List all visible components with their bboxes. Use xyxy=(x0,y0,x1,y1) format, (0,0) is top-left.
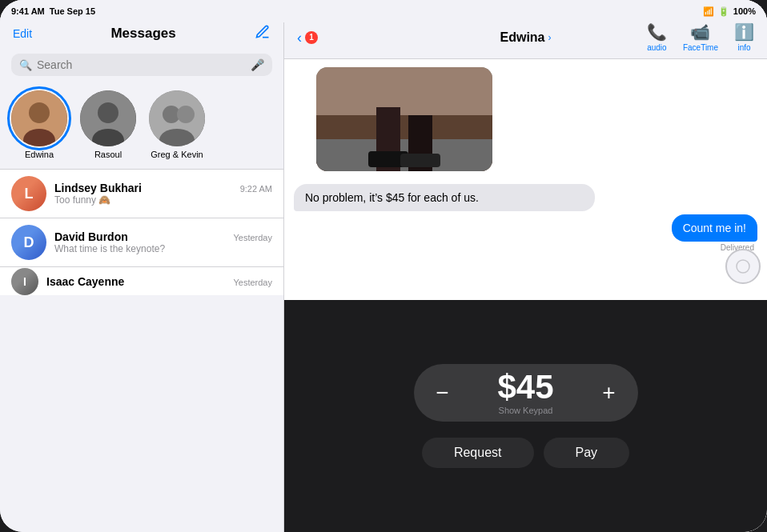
pinned-contact-greg[interactable]: Greg & Kevin xyxy=(149,90,205,159)
pinned-contacts: Edwina Rasoul xyxy=(0,84,283,169)
time-david: Yesterday xyxy=(233,233,272,242)
svg-point-0 xyxy=(737,260,749,273)
svg-point-9 xyxy=(177,106,195,123)
status-bar: 9:41 AM Tue Sep 15 📶 🔋 100% xyxy=(0,0,767,22)
message-item-lindsey[interactable]: L Lindsey Bukhari 9:22 AM Too funny 🙈 xyxy=(0,169,283,218)
pinned-name-edwina: Edwina xyxy=(25,150,54,159)
facetime-icon: 📹 xyxy=(690,22,710,42)
edit-button[interactable]: Edit xyxy=(13,27,32,40)
time-lindsey: 9:22 AM xyxy=(240,184,272,194)
avatar-isaac: I xyxy=(11,268,38,295)
message-content-isaac: Isaac Cayenne Yesterday xyxy=(46,275,272,288)
info-action[interactable]: ℹ️ info xyxy=(734,22,754,52)
status-time: 9:41 AM xyxy=(11,6,45,16)
bubble-right-wrap: Count me in! Delivered xyxy=(294,214,757,252)
avatar-rasoul xyxy=(80,90,136,146)
message-item-david[interactable]: D David Burdon Yesterday What time is th… xyxy=(0,218,283,266)
time-isaac: Yesterday xyxy=(233,278,272,287)
amount-control: − $45 Show Keypad + xyxy=(414,364,638,422)
plus-button[interactable]: + xyxy=(580,364,638,422)
apple-pay-overlay: − $45 Show Keypad + Request Pay xyxy=(284,300,767,532)
avatar-david: D xyxy=(11,225,46,260)
sender-isaac: Isaac Cayenne xyxy=(46,275,124,288)
sender-david: David Burdon xyxy=(54,230,128,243)
svg-point-2 xyxy=(29,102,50,123)
avatar-greg xyxy=(149,90,205,146)
bubble-left: No problem, it’s $45 for each of us. xyxy=(294,184,595,211)
search-bar[interactable]: 🔍 🎤 xyxy=(11,54,272,76)
device-frame: 9:41 AM Tue Sep 15 📶 🔋 100% Edit Message… xyxy=(0,0,767,532)
audio-action[interactable]: 📞 audio xyxy=(647,22,667,52)
audio-label: audio xyxy=(647,43,666,52)
chat-panel: ‹ 1 Edwina › 📞 audio 📹 FaceTime ℹ️ info xyxy=(284,0,767,532)
pinned-contact-rasoul[interactable]: Rasoul xyxy=(80,90,136,159)
chat-messages: No problem, it’s $45 for each of us. Cou… xyxy=(284,179,767,258)
message-content-lindsey: Lindsey Bukhari 9:22 AM Too funny 🙈 xyxy=(54,182,272,206)
preview-david: What time is the keynote? xyxy=(54,243,272,254)
contact-chevron-icon: › xyxy=(548,32,552,43)
sender-lindsey: Lindsey Bukhari xyxy=(54,182,142,194)
svg-point-5 xyxy=(98,102,118,123)
pinned-name-rasoul: Rasoul xyxy=(94,150,122,159)
pay-button[interactable]: Pay xyxy=(544,438,630,468)
amount-value: $45 xyxy=(497,370,553,404)
message-item-isaac[interactable]: I Isaac Cayenne Yesterday xyxy=(0,266,283,295)
message-content-david: David Burdon Yesterday What time is the … xyxy=(54,230,272,254)
search-input[interactable] xyxy=(37,58,246,71)
home-button[interactable] xyxy=(725,249,761,284)
back-button[interactable]: ‹ 1 xyxy=(297,30,318,45)
audio-icon: 📞 xyxy=(647,22,667,42)
contact-name-area[interactable]: Edwina › xyxy=(500,30,551,45)
pinned-contact-edwina[interactable]: Edwina xyxy=(11,90,67,159)
amount-display: $45 Show Keypad xyxy=(472,370,580,415)
minus-button[interactable]: − xyxy=(414,364,472,422)
avatar-edwina xyxy=(11,90,67,146)
info-label: info xyxy=(737,43,750,52)
mic-icon[interactable]: 🎤 xyxy=(251,58,264,71)
facetime-action[interactable]: 📹 FaceTime xyxy=(683,22,718,52)
message-list: L Lindsey Bukhari 9:22 AM Too funny 🙈 D … xyxy=(0,169,283,295)
back-badge: 1 xyxy=(305,31,318,44)
battery-icon: 🔋 xyxy=(718,6,729,17)
compose-button[interactable] xyxy=(255,24,271,42)
info-icon: ℹ️ xyxy=(734,22,754,42)
show-keypad-label[interactable]: Show Keypad xyxy=(499,406,553,415)
back-chevron-icon: ‹ xyxy=(297,30,302,45)
battery-percent: 100% xyxy=(733,6,756,16)
preview-lindsey: Too funny 🙈 xyxy=(54,194,272,206)
contact-name: Edwina xyxy=(500,30,544,45)
chat-actions: 📞 audio 📹 FaceTime ℹ️ info xyxy=(647,22,754,52)
chat-image xyxy=(316,67,492,171)
search-icon: 🔍 xyxy=(19,59,32,71)
request-button[interactable]: Request xyxy=(422,438,534,468)
avatar-lindsey: L xyxy=(11,176,46,211)
svg-rect-17 xyxy=(400,154,440,167)
pinned-name-greg: Greg & Kevin xyxy=(151,150,203,159)
status-date: Tue Sep 15 xyxy=(50,6,95,16)
wifi-icon: 📶 xyxy=(703,6,714,17)
bubble-right: Count me in! xyxy=(672,214,757,242)
sidebar-title: Messages xyxy=(32,26,255,42)
sidebar: Edit Messages 🔍 🎤 xyxy=(0,0,284,532)
pay-actions: Request Pay xyxy=(422,438,629,468)
facetime-label: FaceTime xyxy=(683,43,718,52)
